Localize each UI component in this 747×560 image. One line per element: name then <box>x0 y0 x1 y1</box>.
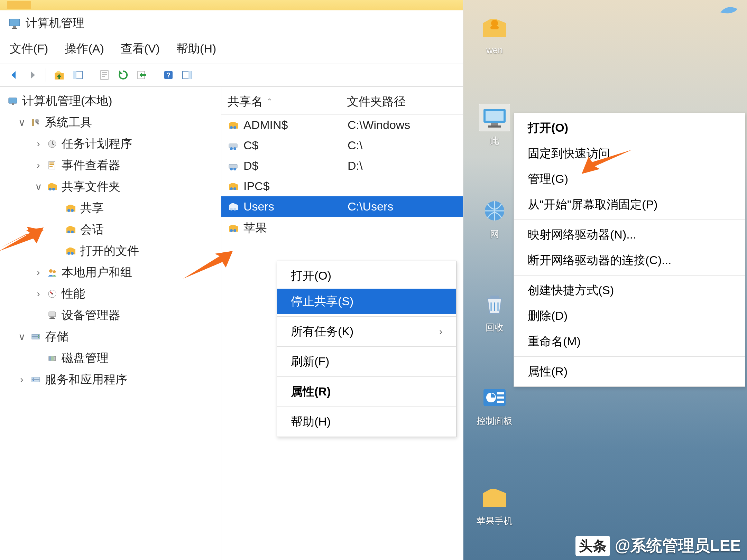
ctx-desktop-open[interactable]: 打开(O) <box>514 115 745 141</box>
tree-system-tools[interactable]: ∨ 系统工具 <box>16 112 218 133</box>
list-row-d[interactable]: D$ D:\ <box>221 156 463 176</box>
svg-rect-2 <box>12 28 17 29</box>
desktop-icon-network[interactable]: 网 <box>470 197 519 240</box>
svg-rect-22 <box>49 162 54 164</box>
svg-point-31 <box>67 252 70 255</box>
tree-storage[interactable]: ∨ 存储 <box>16 326 218 347</box>
tree-performance[interactable]: › 性能 <box>33 283 218 305</box>
svg-text:?: ? <box>166 71 170 79</box>
list-row-apple[interactable]: 苹果 <box>221 217 463 240</box>
toolbar: ? <box>0 64 463 86</box>
properties-button[interactable] <box>97 67 112 83</box>
svg-point-43 <box>38 337 39 338</box>
show-actions-pane-button[interactable] <box>179 67 195 83</box>
svg-rect-56 <box>229 164 237 168</box>
list-row-users[interactable]: Users C:\Users <box>221 196 463 217</box>
svg-point-52 <box>233 126 236 129</box>
svg-rect-70 <box>488 125 501 128</box>
desktop-icon-wen[interactable]: wen <box>470 14 519 56</box>
chevron-right-icon: › <box>439 326 442 337</box>
svg-rect-72 <box>490 296 499 298</box>
svg-rect-16 <box>12 103 14 105</box>
tree-shares[interactable]: · 共享 <box>51 197 218 219</box>
menu-help[interactable]: 帮助(H) <box>176 41 216 57</box>
desktop-icon-recycle[interactable]: 回收 <box>470 290 519 334</box>
tree-event-viewer[interactable]: › 事件查看器 <box>33 155 218 176</box>
menubar: 文件(F) 操作(A) 查看(V) 帮助(H) <box>0 33 463 64</box>
svg-point-63 <box>230 229 233 232</box>
up-folder-button[interactable] <box>52 67 67 83</box>
ctx-share-refresh[interactable]: 刷新(F) <box>277 349 456 374</box>
svg-rect-77 <box>497 401 504 403</box>
svg-point-62 <box>233 208 236 211</box>
svg-point-27 <box>67 209 70 212</box>
watermark: 头条 @系统管理员LEE <box>575 535 741 557</box>
menu-view[interactable]: 查看(V) <box>121 41 160 57</box>
tree-services-apps[interactable]: › 服务和应用程序 <box>16 369 218 390</box>
svg-point-34 <box>53 270 56 273</box>
svg-point-32 <box>71 252 74 255</box>
svg-rect-75 <box>497 392 504 394</box>
ctx-share-help[interactable]: 帮助(H) <box>277 409 456 435</box>
ctx-desktop-rename[interactable]: 重命名(M) <box>514 329 745 354</box>
ctx-share-stop[interactable]: 停止共享(S) <box>277 289 456 314</box>
list-row-c[interactable]: C$ C:\ <box>221 135 463 156</box>
svg-point-60 <box>233 187 236 190</box>
back-button[interactable] <box>6 67 21 83</box>
column-folder-path[interactable]: 文件夹路径 <box>347 95 406 108</box>
annotation-arrow-icon <box>0 223 44 254</box>
svg-point-36 <box>52 293 53 295</box>
tree-shared-folders[interactable]: ∨ 共享文件夹 <box>33 176 218 197</box>
annotation-arrow-icon <box>182 248 233 282</box>
svg-point-59 <box>230 187 233 190</box>
ctx-desktop-disconnect-drive[interactable]: 断开网络驱动器的连接(C)... <box>514 248 745 273</box>
list-row-admin[interactable]: ADMIN$ C:\Windows <box>221 115 463 135</box>
ctx-share-properties[interactable]: 属性(R) <box>277 379 456 404</box>
menu-file[interactable]: 文件(F) <box>10 41 48 57</box>
svg-rect-9 <box>102 76 105 77</box>
tree-device-manager[interactable]: · 设备管理器 <box>33 305 218 326</box>
tree-task-scheduler[interactable]: › 任务计划程序 <box>33 133 218 155</box>
help-button[interactable]: ? <box>161 67 176 83</box>
navigation-tree[interactable]: 计算机管理(本地) ∨ 系统工具 › 任务计划程序 › 事件查看器 <box>0 87 221 560</box>
svg-point-28 <box>71 209 74 212</box>
svg-point-54 <box>230 147 233 150</box>
ctx-desktop-delete[interactable]: 删除(D) <box>514 303 745 329</box>
tree-disk-management[interactable]: · 磁盘管理 <box>33 347 218 369</box>
desktop-icon-this-pc[interactable]: 此 <box>470 104 519 147</box>
svg-rect-69 <box>491 123 498 125</box>
svg-rect-66 <box>490 26 499 29</box>
column-share-name[interactable]: 共享名 <box>228 95 263 108</box>
ctx-share-open[interactable]: 打开(O) <box>277 263 456 289</box>
svg-point-58 <box>233 168 236 170</box>
svg-rect-0 <box>9 19 20 26</box>
context-menu-share: 打开(O) 停止共享(S) 所有任务(K)› 刷新(F) 属性(R) 帮助(H) <box>277 261 456 437</box>
svg-rect-23 <box>49 164 54 165</box>
desktop-icon-apple-phone[interactable]: 苹果手机 <box>470 484 519 527</box>
svg-rect-24 <box>49 166 53 167</box>
export-list-button[interactable] <box>134 67 149 83</box>
list-header[interactable]: 共享名⌃ 文件夹路径 <box>221 90 463 115</box>
refresh-button[interactable] <box>116 67 131 83</box>
ctx-desktop-map-drive[interactable]: 映射网络驱动器(N)... <box>514 222 745 248</box>
svg-rect-1 <box>13 26 16 28</box>
svg-rect-46 <box>51 356 54 361</box>
forward-button[interactable] <box>25 67 40 83</box>
svg-rect-45 <box>49 356 51 361</box>
window-title-row: 计算机管理 <box>0 10 463 33</box>
ctx-share-all-tasks[interactable]: 所有任务(K)› <box>277 319 456 344</box>
ctx-desktop-properties[interactable]: 属性(R) <box>514 359 745 384</box>
tree-sessions[interactable]: · 会话 <box>51 219 218 240</box>
tree-root[interactable]: 计算机管理(本地) <box>6 90 218 112</box>
list-row-ipc[interactable]: IPC$ <box>221 176 463 196</box>
svg-rect-5 <box>73 71 76 79</box>
ctx-desktop-unpin-start[interactable]: 从"开始"屏幕取消固定(P) <box>514 192 745 217</box>
menu-action[interactable]: 操作(A) <box>65 41 104 57</box>
desktop-icon-control-panel[interactable]: 控制面板 <box>470 384 519 427</box>
show-hide-tree-button[interactable] <box>70 67 85 83</box>
ctx-desktop-create-shortcut[interactable]: 创建快捷方式(S) <box>514 278 745 303</box>
svg-point-29 <box>67 231 70 233</box>
sort-indicator-icon: ⌃ <box>266 97 273 106</box>
svg-rect-68 <box>486 111 504 121</box>
svg-point-50 <box>33 380 34 381</box>
